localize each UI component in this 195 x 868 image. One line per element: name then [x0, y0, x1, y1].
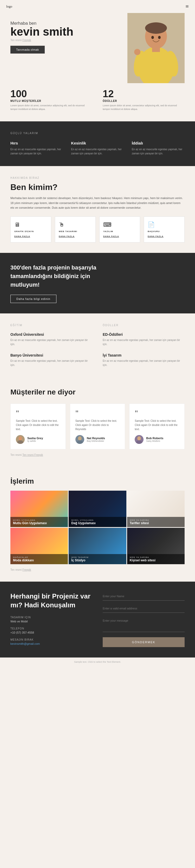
portfolio-title-3: Moda dükkanı [13, 558, 65, 562]
about-title: Ben kimim? [10, 182, 185, 192]
hero-credit-link[interactable]: Freepik [22, 39, 31, 41]
portfolio-item-5[interactable]: WEB YA SARIBA Kişisel web sitesi [127, 528, 185, 564]
portfolio-item-1[interactable]: MOBİL UYGULAMA Dağ Uygulaması [68, 491, 126, 527]
avatar-0 [16, 435, 25, 444]
stat-desc-awards: Lorem ipsum dolor sit amet, consectetur … [103, 104, 185, 111]
edu-awards-section: EĞİTİM Oxford Üniversitesi En az en az m… [0, 313, 195, 378]
svg-point-9 [19, 436, 22, 440]
person-role-1: Baş Mühendisler [87, 440, 105, 442]
stats-section: 100 MUTLU MÜŞTERİLER Lorem ipsum dolor s… [0, 83, 195, 121]
testimonial-text-1: Sample Text: Click to select the text. C… [75, 419, 120, 431]
portfolio-overlay-4: WEB TASARIM İç Stüdyo [68, 554, 126, 564]
edu-item-0: Oxford Üniversitesi En az en az maxcurit… [10, 332, 92, 346]
skills-label: GÜÇLÜ YALARIM [10, 132, 185, 135]
testimonials-section: Müşteriler ne diyor " Sample Text: Click… [0, 378, 195, 467]
service-icon-2: ⌨ [103, 221, 136, 228]
stat-label-clients: MUTLU MÜŞTERİLER [10, 99, 92, 102]
service-name-2: YAZILIM [103, 230, 136, 232]
portfolio-item-4[interactable]: WEB TASARIM İç Stüdyo [68, 528, 126, 564]
service-link-3[interactable]: DANA FAZLA [148, 235, 181, 238]
portfolio-overlay-5: WEB YA SARIBA Kişisel web sitesi [127, 554, 185, 564]
portfolio-item-0[interactable]: MOBİL UYGULAMA Mutlu Gün Uygulaması [10, 491, 68, 527]
contact-right: GÖNDERMEK [103, 592, 185, 647]
cta-banner: 300'den fazla projenin başarıyla tamamla… [0, 253, 195, 313]
quote-mark-0: " [16, 409, 60, 417]
portfolio-grid: MOBİL UYGULAMA Mutlu Gün Uygulaması MOBİ… [10, 491, 185, 564]
edu-name-1: Banyo Üniversitesi [10, 353, 92, 357]
portfolio-item-3[interactable]: MAĞAZALAR Moda dükkanı [10, 528, 68, 564]
awards-label: ÖDÜLLER [103, 324, 185, 327]
portfolio-category-0: MOBİL UYGULAMA [13, 519, 65, 521]
hamburger-icon[interactable]: ≡ [186, 3, 189, 10]
contact-email-input[interactable] [103, 604, 185, 613]
contact-message-label: Mesajın Bırak [10, 638, 92, 641]
person-info-0: Sasha Grey İş sahibi [27, 437, 43, 442]
education-label: EĞİTİM [10, 324, 92, 327]
stat-desc-clients: Lorem ipsum dolor sit amet, consectetur … [10, 104, 92, 111]
about-section: HAKKIMDA BİRAZ Ben kimim? Merhaba ben ke… [0, 166, 195, 253]
award-name-0: ED-Ödülleri [103, 332, 185, 337]
portfolio-title-1: Dağ Uygulaması [71, 521, 123, 525]
award-desc-0: En az en az maxcurite egestas yapmalı, h… [103, 338, 185, 346]
person-info-2: Bob Roberts Satış Müdürü [146, 437, 163, 442]
testimonial-person-2: Bob Roberts Satış Müdürü [135, 435, 179, 444]
logo: logo [6, 4, 12, 8]
testimonials-credit-link[interactable]: Ten resmi Freepik [22, 454, 43, 456]
contact-title: Herhangi bir Projeniz var mı? Hadi Konuş… [10, 592, 92, 610]
awards-column: ÖDÜLLER ED-Ödülleri En az en az maxcurit… [103, 324, 185, 367]
hero-subtitle: Ten resmi Freepik [10, 39, 99, 41]
service-link-2[interactable]: DANA FAZLA [103, 235, 136, 238]
hero-image [128, 13, 185, 83]
contact-email-value: kevinsmith@gmail.com [10, 642, 92, 645]
testimonial-person-1: Nat Reynolds Baş Mühendisler [75, 435, 120, 444]
service-name-1: WEB TASARIMI [59, 230, 92, 232]
quote-mark-2: " [135, 409, 179, 417]
portfolio-title-2: Tarifler sitesi [130, 521, 182, 525]
portfolio-category-4: WEB TASARIM [71, 556, 123, 558]
portfolio-category-2: WEB YA SARIBA [130, 519, 182, 521]
skill-title-1: Kesinlik [71, 141, 124, 145]
contact-email-link[interactable]: kevinsmith@gmail.com [10, 642, 40, 645]
contact-design-value: Web ve Mobil [10, 620, 92, 623]
svg-point-2 [145, 22, 167, 34]
portfolio-title: İşlerim [10, 477, 185, 486]
portfolio-credit-link[interactable]: Freepik [22, 568, 31, 571]
portfolio-overlay-2: WEB YA SARIBA Tarifler sitesi [127, 517, 185, 527]
portfolio-section: İşlerim MOBİL UYGULAMA Mutlu Gün Uygulam… [0, 467, 195, 582]
skills-grid: Hırs En az en az maxcurite egestas yapma… [10, 141, 185, 156]
stat-awards: 12 ÖDÜLLER Lorem ipsum dolor sit amet, c… [103, 88, 185, 111]
testimonials-title: Müşteriler ne diyor [10, 388, 185, 396]
quote-mark-1: " [75, 409, 120, 417]
svg-point-12 [77, 440, 83, 444]
portfolio-category-5: WEB YA SARIBA [130, 556, 182, 558]
portfolio-credit: Ten resmi Freepik [10, 568, 185, 571]
testimonial-text-2: Sample Text: Click to select the text. C… [135, 419, 179, 431]
service-link-1[interactable]: DANA FAZLA [59, 235, 92, 238]
svg-point-4 [151, 36, 154, 39]
svg-point-10 [17, 440, 23, 444]
service-card-1: 🖱 WEB TASARIMI DANA FAZLA [55, 216, 96, 243]
about-label: HAKKIMDA BİRAZ [10, 177, 185, 179]
contact-message-input[interactable] [103, 616, 185, 632]
contact-submit-button[interactable]: GÖNDERMEK [103, 637, 185, 647]
service-icon-1: 🖱 [59, 221, 92, 228]
contact-name-input[interactable] [103, 592, 185, 600]
svg-point-13 [137, 436, 141, 440]
service-link-0[interactable]: DANA FAZLA [14, 235, 47, 238]
person-role-2: Satış Müdürü [146, 440, 163, 442]
person-role-0: İş sahibi [27, 440, 43, 442]
avatar-2 [135, 435, 143, 444]
portfolio-item-2[interactable]: WEB YA SARIBA Tarifler sitesi [127, 491, 185, 527]
footer-note: Sample text. Click to select the Text El… [0, 657, 195, 666]
cta-text: 300'den fazla projenin başarıyla tamamla… [10, 263, 114, 289]
education-column: EĞİTİM Oxford Üniversitesi En az en az m… [10, 324, 92, 367]
hero-section: Merhaba ben kevin smith Ten resmi Freepi… [0, 13, 195, 83]
person-info-1: Nat Reynolds Baş Mühendisler [87, 437, 105, 442]
stat-number-clients: 100 [10, 88, 92, 99]
portfolio-overlay-0: MOBİL UYGULAMA Mutlu Gün Uygulaması [10, 517, 68, 527]
svg-rect-3 [152, 47, 160, 52]
hero-cta-button[interactable]: Tanımada olmak [10, 46, 45, 54]
edu-desc-0: En az en az maxcurite egestas yapmalı, h… [10, 338, 92, 346]
skill-title-2: İddialı [132, 141, 185, 145]
cta-button[interactable]: Daha fazla bilgi edinin [10, 295, 56, 303]
